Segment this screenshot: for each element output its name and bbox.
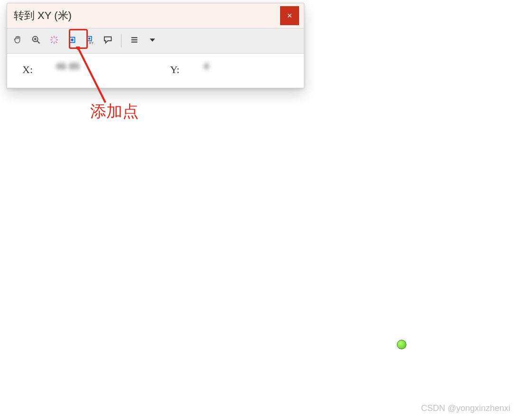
toolbar: XY (7, 28, 304, 54)
menu-button[interactable] (127, 34, 141, 48)
zoom-in-icon (31, 35, 41, 47)
close-icon: × (287, 11, 292, 21)
y-input[interactable]: 4 (200, 60, 294, 79)
callout-button[interactable] (101, 34, 115, 48)
svg-text:XY: XY (89, 41, 94, 45)
dropdown-icon (147, 35, 158, 47)
svg-line-11 (51, 41, 53, 43)
watermark: CSDN @yongxinzhenxi (421, 403, 510, 413)
x-value-blurred: 46 85 (56, 62, 80, 71)
svg-line-8 (51, 37, 53, 38)
zoom-in-button[interactable] (29, 34, 43, 48)
pan-icon (13, 35, 23, 47)
add-labeled-point-icon: XY (85, 35, 95, 47)
add-point-icon (67, 35, 77, 47)
dialog-title: 转到 XY (米) (14, 9, 72, 23)
menu-icon (129, 35, 140, 47)
add-labeled-point-button[interactable]: XY (83, 34, 97, 48)
pan-tool-button[interactable] (11, 34, 25, 48)
add-point-button[interactable] (65, 34, 79, 48)
svg-line-9 (56, 41, 57, 43)
goto-xy-dialog: 转到 XY (米) × (7, 3, 304, 88)
coords-row: X: 46 85 Y: 4 (7, 54, 304, 88)
x-input[interactable]: 46 85 (53, 60, 147, 79)
annotation-label: 添加点 (90, 101, 139, 122)
svg-line-10 (56, 37, 57, 38)
svg-point-15 (88, 37, 90, 39)
x-label: X: (22, 64, 45, 76)
close-button[interactable]: × (280, 6, 299, 25)
toolbar-separator (121, 34, 122, 47)
y-label: Y: (170, 64, 193, 76)
callout-icon (103, 35, 113, 47)
dropdown-button[interactable] (145, 34, 160, 48)
map-point-marker (397, 340, 406, 349)
flash-icon (49, 35, 59, 47)
titlebar: 转到 XY (米) × (7, 3, 304, 28)
flash-button[interactable] (47, 34, 61, 48)
svg-point-13 (71, 38, 74, 41)
svg-line-1 (38, 41, 40, 44)
y-value-blurred: 4 (204, 62, 209, 71)
